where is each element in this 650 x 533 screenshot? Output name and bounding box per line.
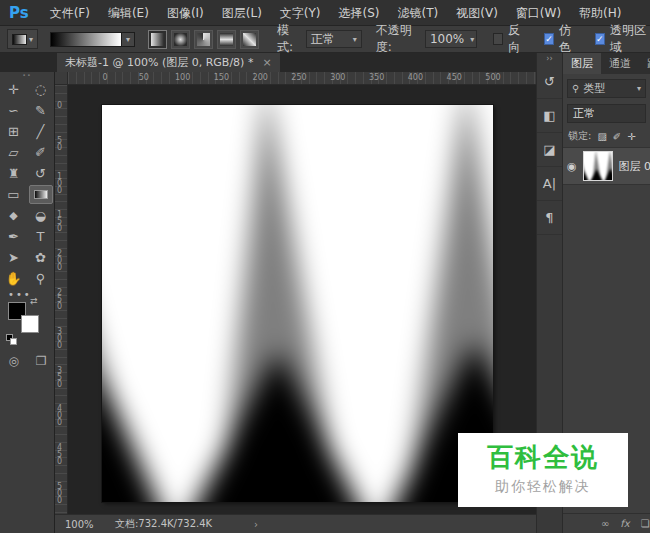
crop-tool[interactable]: ⊞: [0, 121, 27, 142]
ruler-label: 0: [102, 73, 107, 82]
paragraph-panel-icon[interactable]: ¶: [537, 201, 562, 235]
ruler-label: 200: [57, 250, 66, 271]
styles-panel-icon[interactable]: ◪: [537, 133, 562, 167]
move-tool[interactable]: ✛: [0, 79, 27, 100]
diamond-gradient-icon: [243, 33, 256, 46]
mode-label: 模式:: [277, 22, 301, 56]
gradient-artwork: [102, 105, 493, 502]
reflected-gradient-button[interactable]: [217, 30, 236, 49]
ruler-label: 100: [57, 172, 66, 193]
character-panel-icon[interactable]: A|: [537, 167, 562, 201]
menu-item[interactable]: 图像(I): [158, 0, 213, 26]
ruler-label: 400: [408, 73, 423, 82]
expand-panels-button[interactable]: ››: [537, 53, 562, 65]
close-icon[interactable]: ×: [262, 56, 271, 69]
document-tab[interactable]: 未标题-1 @ 100% (图层 0, RGB/8) *×: [57, 53, 280, 72]
ruler-label: 300: [57, 327, 66, 348]
blur-tool[interactable]: ◆: [0, 205, 27, 226]
hand-tool[interactable]: ✋: [0, 268, 27, 289]
menu-item[interactable]: 编辑(E): [99, 0, 158, 26]
status-bar: 100% 文档:732.4K/732.4K ›: [55, 514, 536, 533]
menu-item[interactable]: 文件(F): [41, 0, 99, 26]
diamond-gradient-button[interactable]: [240, 30, 259, 49]
history-brush-tool[interactable]: ↺: [27, 163, 54, 184]
lock-paint-icon[interactable]: ✐: [613, 131, 621, 142]
layer-visibility-eye-icon[interactable]: ◉: [567, 160, 577, 173]
lock-move-icon[interactable]: ✛: [627, 131, 635, 142]
background-color-swatch[interactable]: [21, 315, 39, 333]
lock-transparency-icon[interactable]: ▨: [597, 131, 606, 142]
tab-paths[interactable]: 路径: [639, 53, 650, 74]
toolbar-grip[interactable]: ∙∙: [0, 72, 54, 79]
reflected-gradient-icon: [220, 33, 233, 46]
opacity-select[interactable]: 100% ▾: [425, 30, 477, 48]
layer-row[interactable]: ◉ 图层 0: [563, 147, 650, 185]
color-swatches: ⇄: [0, 296, 55, 348]
angle-gradient-button[interactable]: [194, 30, 213, 49]
quick-mask-button[interactable]: ◎: [8, 354, 18, 368]
tab-channels[interactable]: 通道: [601, 53, 639, 74]
panel-tabs: 图层 通道 路径: [563, 53, 650, 74]
pen-tool[interactable]: ✒: [0, 226, 27, 247]
swap-colors-icon[interactable]: ⇄: [30, 296, 38, 306]
marquee-tool[interactable]: ◌: [27, 79, 54, 100]
dodge-tool[interactable]: ◒: [27, 205, 54, 226]
menu-item[interactable]: 图层(L): [213, 0, 271, 26]
eraser-tool[interactable]: ▭: [0, 184, 27, 205]
ruler-label: 450: [57, 444, 66, 465]
screen-mode-button[interactable]: ❐: [36, 354, 47, 368]
reverse-checkbox[interactable]: [493, 33, 503, 45]
transparency-checkbox[interactable]: ✓: [595, 33, 605, 45]
watermark-title: 百科全说: [458, 440, 628, 475]
tool-preset-picker[interactable]: ▾: [7, 29, 38, 49]
layer-effects-icon[interactable]: fx: [620, 518, 629, 529]
healing-brush-tool[interactable]: ▱: [0, 142, 27, 163]
status-options-chevron[interactable]: ›: [254, 519, 258, 530]
ruler-label: 0: [57, 102, 66, 109]
shape-tool[interactable]: ✿: [27, 247, 54, 268]
chevron-down-icon: ▾: [470, 35, 474, 44]
type-tool[interactable]: T: [27, 226, 54, 247]
clone-stamp-tool[interactable]: ♜: [0, 163, 27, 184]
linear-gradient-icon: [151, 33, 164, 46]
lock-label: 锁定:: [568, 129, 591, 143]
mode-select[interactable]: 正常 ▾: [306, 30, 362, 48]
vertical-ruler: 050100150200250300350400450500: [55, 85, 68, 514]
ruler-corner: [55, 72, 68, 85]
adjustments-panel-icon[interactable]: ◧: [537, 99, 562, 133]
ruler-label: 400: [57, 405, 66, 426]
path-select-tool[interactable]: ➤: [0, 247, 27, 268]
quick-select-tool[interactable]: ✎: [27, 100, 54, 121]
chevron-down-icon: ▾: [637, 84, 641, 93]
dither-checkbox[interactable]: ✓: [544, 33, 554, 45]
eyedropper-tool[interactable]: ╱: [27, 121, 54, 142]
tool-bar: ∙∙ ✛ ◌ ∽ ✎ ⊞ ╱ ▱ ✐ ♜ ↺ ▭ ◆ ◒ ✒: [0, 72, 55, 533]
document-size-text: 文档:732.4K/732.4K: [115, 517, 212, 531]
layer-name[interactable]: 图层 0: [619, 159, 650, 174]
document-canvas[interactable]: [102, 105, 493, 502]
gradient-preview[interactable]: [50, 32, 122, 47]
zoom-level-field[interactable]: 100%: [55, 519, 115, 530]
chevron-down-icon: ▾: [353, 35, 357, 44]
ruler-label: 50: [139, 73, 149, 82]
gradient-tool-selected[interactable]: [27, 184, 54, 205]
ruler-label: 200: [253, 73, 268, 82]
layer-mask-icon[interactable]: ❏: [641, 518, 650, 529]
blend-mode-select[interactable]: 正常: [567, 104, 646, 123]
gradient-picker-chevron[interactable]: ▾: [122, 32, 135, 47]
zoom-tool[interactable]: ⚲: [27, 268, 54, 289]
link-layers-icon[interactable]: ∞: [601, 518, 609, 529]
brush-tool[interactable]: ✐: [27, 142, 54, 163]
tab-layers[interactable]: 图层: [563, 53, 601, 74]
history-panel-icon[interactable]: ↺: [537, 65, 562, 99]
document-tab-bar: 未标题-1 @ 100% (图层 0, RGB/8) *×: [0, 53, 536, 72]
opacity-label: 不透明度:: [376, 22, 420, 56]
ruler-label: 500: [57, 483, 66, 504]
linear-gradient-button[interactable]: [148, 30, 167, 49]
angle-gradient-icon: [197, 33, 210, 46]
radial-gradient-button[interactable]: [171, 30, 190, 49]
layer-thumbnail[interactable]: [583, 151, 613, 181]
layer-filter-select[interactable]: ⚲ 类型 ▾: [567, 79, 646, 98]
lasso-tool[interactable]: ∽: [0, 100, 27, 121]
chevron-down-icon: ▾: [29, 35, 33, 44]
